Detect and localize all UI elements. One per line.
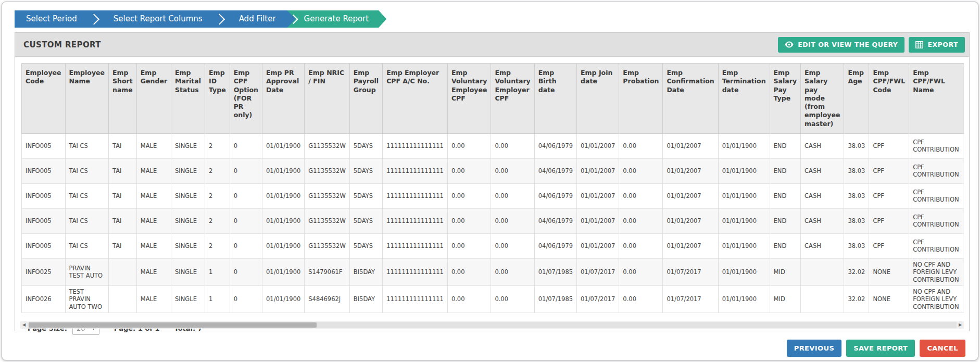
edit-or-view-query-button[interactable]: EDIT OR VIEW THE QUERY — [778, 37, 904, 53]
table-cell: 01/07/1985 — [534, 258, 576, 285]
table-cell: CPF CONTRIBUTION — [909, 133, 963, 158]
table-cell: TAI CS — [65, 233, 109, 258]
table-cell: 01/01/2007 — [577, 133, 619, 158]
table-cell: INFO005 — [22, 183, 66, 208]
table-cell: 01/01/1900 — [718, 183, 770, 208]
column-header[interactable]: Emp Termination date — [718, 64, 770, 134]
table-cell: NONE — [869, 285, 909, 313]
column-header[interactable]: Employee Code — [22, 64, 66, 134]
table-cell: 2 — [205, 133, 230, 158]
step-add-filter[interactable]: Add Filter — [228, 10, 287, 28]
table-cell: 0 — [230, 233, 262, 258]
column-header[interactable]: Emp CPF/FWL Name — [909, 64, 963, 134]
column-header[interactable]: Emp NRIC / FIN — [305, 64, 350, 134]
cancel-button[interactable]: CANCEL — [920, 340, 965, 357]
table-cell: 0 — [230, 208, 262, 233]
table-cell: 01/01/1900 — [718, 285, 770, 313]
column-header[interactable]: Emp Salary pay mode (from employee maste… — [801, 64, 844, 134]
scroll-right-arrow-icon[interactable]: ▶ — [957, 321, 964, 329]
table-cell: 2 — [205, 233, 230, 258]
table-cell: 0.00 — [619, 233, 663, 258]
table-cell: 0.00 — [619, 183, 663, 208]
table-cell: 38.03 — [844, 158, 869, 183]
table-cell: 04/06/1979 — [534, 133, 576, 158]
column-header[interactable]: Emp Bank Name — [963, 64, 964, 134]
table-cell: TAI CS — [65, 158, 109, 183]
table-row[interactable]: INFO005TAI CSTAIMALESINGLE2001/01/1900G1… — [22, 233, 964, 258]
table-cell: 0.00 — [491, 233, 534, 258]
table-cell: END — [770, 133, 800, 158]
table-cell: 01/01/1900 — [718, 258, 770, 285]
column-header[interactable]: Emp Employer CPF A/C No. — [383, 64, 448, 134]
column-header[interactable]: Emp Voluntary Employer CPF — [491, 64, 534, 134]
table-cell — [963, 233, 964, 258]
table-row[interactable]: INFO005TAI CSTAIMALESINGLE2001/01/1900G1… — [22, 183, 964, 208]
table-row[interactable]: INFO005TAI CSTAIMALESINGLE2001/01/1900G1… — [22, 158, 964, 183]
table-cell: TAI CS — [65, 133, 109, 158]
table-cell: 0 — [230, 285, 262, 313]
table-row[interactable]: INFO005TAI CSTAIMALESINGLE2001/01/1900G1… — [22, 133, 964, 158]
column-header[interactable]: Emp Confirmation Date — [663, 64, 718, 134]
export-label: EXPORT — [927, 41, 958, 48]
column-header[interactable]: Emp CPF/FWL Code — [869, 64, 909, 134]
column-header[interactable]: Employee Name — [65, 64, 109, 134]
column-header[interactable]: Emp PR Approval Date — [262, 64, 305, 134]
column-header[interactable]: Emp ID Type — [205, 64, 230, 134]
save-report-button[interactable]: SAVE REPORT — [846, 340, 915, 357]
column-header[interactable]: Emp Probation — [619, 64, 663, 134]
column-header[interactable]: Emp Salary Pay Type — [770, 64, 800, 134]
table-cell: CPF CONTRIBUTION — [909, 158, 963, 183]
scroll-left-arrow-icon[interactable]: ◀ — [20, 321, 28, 329]
table-cell: 04/06/1979 — [534, 158, 576, 183]
table-row[interactable]: INFO005TAI CSTAIMALESINGLE2001/01/1900G1… — [22, 208, 964, 233]
table-cell: 01/01/2007 — [663, 133, 718, 158]
table-cell: CPF — [869, 133, 909, 158]
table-cell — [109, 258, 137, 285]
column-header[interactable]: Emp CPF Option (FOR PR only) — [230, 64, 262, 134]
table-cell: MID — [770, 258, 800, 285]
column-header[interactable]: Emp Age — [844, 64, 869, 134]
step-select-period[interactable]: Select Period — [15, 10, 89, 28]
table-cell: INFO005 — [22, 133, 66, 158]
table-cell: 32.02 — [844, 285, 869, 313]
table-cell: 04/06/1979 — [534, 183, 576, 208]
previous-button[interactable]: PREVIOUS — [787, 340, 842, 357]
table-cell: 38.03 — [844, 208, 869, 233]
column-header[interactable]: Emp Join date — [577, 64, 619, 134]
column-header[interactable]: Emp Short name — [109, 64, 137, 134]
table-cell: 1 — [205, 285, 230, 313]
table-cell: NO CPF AND FOREIGN LEVY CONTRIBUTION — [909, 285, 963, 313]
column-header[interactable]: Emp Payroll Group — [349, 64, 382, 134]
table-cell: MALE — [136, 208, 171, 233]
table-cell: PRAVIN TEST AUTO — [65, 258, 109, 285]
scrollbar-track[interactable] — [28, 322, 957, 328]
app-window: Select Period Select Report Columns Add … — [2, 2, 978, 360]
table-row[interactable]: INFO025PRAVIN TEST AUTOMALESINGLE1001/01… — [22, 258, 964, 285]
table-cell: CPF — [869, 183, 909, 208]
horizontal-scrollbar[interactable]: ◀ ▶ — [20, 321, 964, 329]
table-row[interactable]: INFO026TEST PRAVIN AUTO TWOMALESINGLE100… — [22, 285, 964, 313]
table-cell: 32.02 — [844, 258, 869, 285]
step-select-report-columns[interactable]: Select Report Columns — [102, 10, 214, 28]
table-cell: G1135532W — [305, 208, 350, 233]
table-cell: END — [770, 183, 800, 208]
table-cell — [963, 285, 964, 313]
table-cell: CASH — [801, 158, 844, 183]
table-grid-icon — [915, 41, 923, 48]
table-cell: 04/06/1979 — [534, 208, 576, 233]
table-cell: 01/01/1900 — [262, 208, 305, 233]
column-header[interactable]: Emp Birth date — [534, 64, 576, 134]
panel-title: CUSTOM REPORT — [23, 40, 101, 49]
export-button[interactable]: EXPORT — [909, 37, 965, 53]
table-cell: 5DAYS — [349, 233, 382, 258]
table-cell: 0.00 — [447, 183, 491, 208]
table-cell: TAI — [109, 133, 137, 158]
column-header[interactable]: Emp Voluntary Employee CPF — [447, 64, 491, 134]
table-cell: 0.00 — [491, 208, 534, 233]
column-header[interactable]: Emp Marital Status — [171, 64, 205, 134]
column-header[interactable]: Emp Gender — [136, 64, 171, 134]
step-generate-report[interactable]: Generate Report — [287, 10, 387, 28]
table-cell: 111111111111111 — [383, 258, 448, 285]
table-cell: TAI CS — [65, 208, 109, 233]
scrollbar-thumb[interactable] — [29, 322, 317, 328]
